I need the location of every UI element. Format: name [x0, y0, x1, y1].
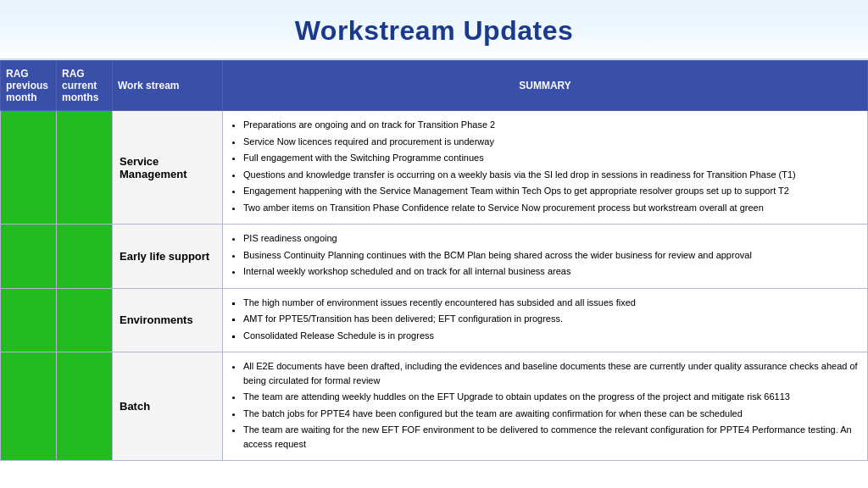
- summary-cell: The high number of environment issues re…: [223, 288, 868, 352]
- summary-item: Internal weekly workshop scheduled and o…: [243, 264, 862, 279]
- table-row: Service ManagementPreparations are ongoi…: [1, 111, 868, 225]
- summary-cell: PIS readiness ongoingBusiness Continuity…: [223, 225, 868, 289]
- th-rag-current: RAG current months: [57, 61, 113, 111]
- summary-item: Questions and knowledge transfer is occu…: [243, 168, 862, 182]
- th-rag-previous: RAG previous month: [1, 61, 57, 111]
- page-wrapper: Workstream Updates RAG previous month RA…: [0, 0, 868, 461]
- rag-current-cell: [57, 352, 113, 461]
- summary-item: AMT for PPTE5/Transition has been delive…: [243, 312, 862, 326]
- summary-item: Preparations are ongoing and on track fo…: [243, 118, 862, 132]
- summary-item: Full engagement with the Switching Progr…: [243, 151, 862, 165]
- summary-item: The team are attending weekly huddles on…: [243, 390, 862, 404]
- th-workstream: Work stream: [113, 61, 223, 111]
- workstream-cell: Environments: [113, 288, 223, 352]
- rag-current-cell: [57, 111, 113, 225]
- summary-item: All E2E documents have been drafted, inc…: [243, 359, 862, 387]
- table-header-row: RAG previous month RAG current months Wo…: [1, 61, 868, 111]
- summary-item: Consolidated Release Schedule is in prog…: [243, 329, 862, 343]
- summary-item: PIS readiness ongoing: [243, 231, 862, 246]
- workstream-table: RAG previous month RAG current months Wo…: [0, 60, 868, 461]
- table-row: Early life supportPIS readiness ongoingB…: [1, 225, 868, 289]
- table-container: RAG previous month RAG current months Wo…: [0, 60, 868, 461]
- summary-item: The high number of environment issues re…: [243, 296, 862, 310]
- summary-item: The batch jobs for PPTE4 have been confi…: [243, 407, 862, 421]
- table-row: EnvironmentsThe high number of environme…: [1, 288, 868, 352]
- workstream-cell: Early life support: [113, 225, 223, 289]
- rag-previous-cell: [1, 352, 57, 461]
- rag-previous-cell: [1, 111, 57, 225]
- rag-current-cell: [57, 225, 113, 289]
- workstream-cell: Batch: [113, 352, 223, 461]
- rag-previous-cell: [1, 288, 57, 352]
- rag-previous-cell: [1, 225, 57, 289]
- summary-item: Two amber items on Transition Phase Conf…: [243, 201, 862, 215]
- th-summary: SUMMARY: [223, 61, 868, 111]
- summary-cell: Preparations are ongoing and on track fo…: [223, 111, 868, 225]
- summary-item: Business Continuity Planning continues w…: [243, 248, 862, 263]
- header-area: Workstream Updates: [0, 0, 868, 60]
- page-title: Workstream Updates: [0, 15, 868, 47]
- summary-item: Engagement happening with the Service Ma…: [243, 184, 862, 198]
- workstream-cell: Service Management: [113, 111, 223, 225]
- rag-current-cell: [57, 288, 113, 352]
- summary-cell: All E2E documents have been drafted, inc…: [223, 352, 868, 461]
- summary-item: The team are waiting for the new EFT FOF…: [243, 423, 862, 451]
- table-row: BatchAll E2E documents have been drafted…: [1, 352, 868, 461]
- summary-item: Service Now licences required and procur…: [243, 135, 862, 149]
